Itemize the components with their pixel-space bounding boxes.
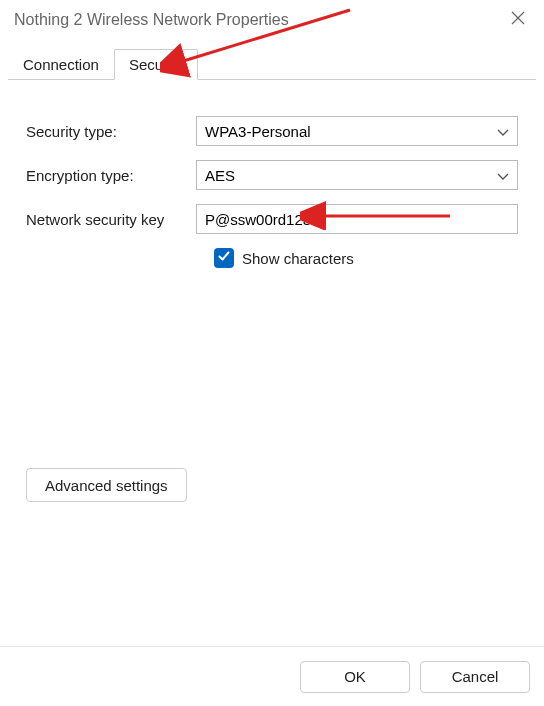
encryption-type-label: Encryption type: xyxy=(26,167,196,184)
show-characters-label[interactable]: Show characters xyxy=(242,250,354,267)
close-button[interactable] xyxy=(506,8,530,32)
advanced-settings-button[interactable]: Advanced settings xyxy=(26,468,187,502)
cancel-button[interactable]: Cancel xyxy=(420,661,530,693)
tab-security[interactable]: Security xyxy=(114,49,198,80)
network-key-label: Network security key xyxy=(26,211,196,228)
tab-connection[interactable]: Connection xyxy=(8,49,114,80)
security-type-label: Security type: xyxy=(26,123,196,140)
checkmark-icon xyxy=(217,249,231,267)
chevron-down-icon xyxy=(497,167,509,184)
close-icon xyxy=(511,11,525,29)
ok-button[interactable]: OK xyxy=(300,661,410,693)
chevron-down-icon xyxy=(497,123,509,140)
encryption-type-combo[interactable]: AES xyxy=(196,160,518,190)
show-characters-checkbox[interactable] xyxy=(214,248,234,268)
network-key-value: P@ssw00rd123 xyxy=(205,211,311,228)
tab-bar: Connection Security xyxy=(0,48,544,79)
security-type-value: WPA3-Personal xyxy=(205,123,311,140)
window-title: Nothing 2 Wireless Network Properties xyxy=(14,11,289,29)
encryption-type-value: AES xyxy=(205,167,235,184)
network-key-input[interactable]: P@ssw00rd123 xyxy=(196,204,518,234)
security-type-combo[interactable]: WPA3-Personal xyxy=(196,116,518,146)
